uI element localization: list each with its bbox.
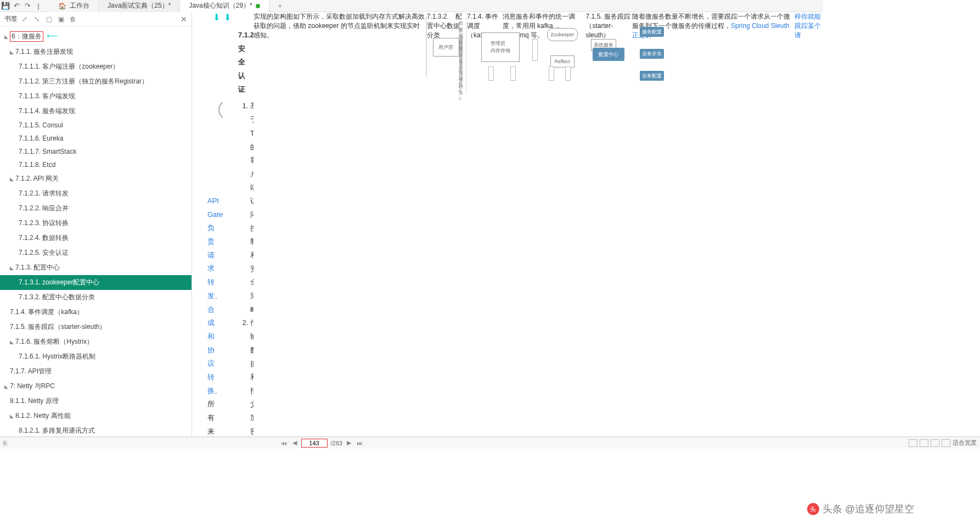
view-mode-icon[interactable] xyxy=(931,439,939,447)
tree-node[interactable]: 7.1.2.5. 安全认证 xyxy=(0,245,192,260)
zoom-label[interactable]: 适合宽度 xyxy=(953,439,977,447)
diagram-text: 模块 C xyxy=(459,84,463,101)
tree-node[interactable]: 7.1.4. 事件调度（kafka） xyxy=(0,305,192,320)
tree-node[interactable]: ◣7.1.2. API 网关 xyxy=(0,171,192,186)
view-mode-icon[interactable] xyxy=(942,439,950,447)
tree-label: 7.1.1.5. Consul xyxy=(19,121,63,129)
tree-node[interactable]: 7.1.2.3. 协议转换 xyxy=(0,216,192,231)
collapse-icon[interactable]: ⤡ xyxy=(32,15,42,23)
page-input[interactable] xyxy=(301,439,328,448)
tree-node[interactable]: 7.1.1.1. 客户端注册（zookeeper） xyxy=(0,59,192,74)
close-icon[interactable]: ✕ xyxy=(181,15,187,24)
tree-node[interactable]: 7.1.7. API管理 xyxy=(0,364,192,379)
tree-node[interactable]: ◣7: Netty 与RPC xyxy=(0,379,192,394)
tab-label: Java核心知识（29）* xyxy=(189,1,252,10)
tree-node[interactable]: 7.1.6.1. Hystrix断路器机制 xyxy=(0,349,192,364)
tree-label: 6：微服务 xyxy=(10,31,43,42)
tree-node[interactable]: 7.1.1.4. 服务端发现 xyxy=(0,104,192,119)
next-page-icon[interactable]: ▶ xyxy=(346,439,352,446)
tab-doc2[interactable]: Java核心知识（29）* ⬇ ⬇ xyxy=(180,0,269,12)
sidebar-toolbar: 书签 ⤢ ⤡ ▢ ▣ 🗑 ✕ xyxy=(0,12,192,26)
page-navigator: ⏮ ◀ /283 ▶ ⏭ xyxy=(280,439,364,448)
tree-label: 7.1.2.1. 请求转发 xyxy=(19,189,69,197)
tree-node[interactable]: 7.1.1.7. SmartStack xyxy=(0,145,192,158)
diagram-box: 服务配置 xyxy=(640,27,664,37)
tree-node[interactable]: 7.1.1.8. Etcd xyxy=(0,158,192,171)
tree-node[interactable]: ◣7.1.1. 服务注册发现 xyxy=(0,44,192,59)
diagram-box: 管理层 内存存储 xyxy=(481,32,520,62)
home-icon: 🏠 xyxy=(58,2,66,10)
first-page-icon[interactable]: ⏮ xyxy=(280,440,288,446)
config-center-diagram: 配置中心 服务配置 业务开关 业务配置 数据库服务 队列服务 缓存服务 功能开关… xyxy=(466,16,467,93)
tree-node[interactable]: 7.1.1.3. 客户端发现 xyxy=(0,89,192,104)
tree-label: 8.1.2.1. 多路复用通讯方式 xyxy=(19,427,95,434)
tree-label: 7.1.3. 配置中心 xyxy=(15,264,60,271)
tree-node[interactable]: 7.1.3.2. 配置中心数据分类 xyxy=(0,290,192,305)
section-heading: 7.1.5. 服务跟踪（starter-sleuth） xyxy=(585,12,632,437)
tree-label: 7.1.2.5. 安全认证 xyxy=(19,249,69,256)
tree-label: 7.1.2.4. 数据转换 xyxy=(19,234,69,242)
diagram-box: Zookeeper xyxy=(547,28,578,41)
last-page-icon[interactable]: ⏭ xyxy=(356,440,364,446)
delete-icon[interactable]: 🗑 xyxy=(68,15,78,23)
top-toolbar: 💾 ↶ ↷ | 🏠 工作台 Java面试宝典（25）* Java核心知识（29）… xyxy=(0,0,823,12)
tree-label: 7: Netty 与RPC xyxy=(10,382,55,390)
undo-icon[interactable]: ↶ xyxy=(11,1,22,12)
tree-node[interactable]: 7.1.1.2. 第三方注册（独立的服务Registrar） xyxy=(0,74,192,89)
tab-doc1[interactable]: Java面试宝典（25）* xyxy=(99,0,180,12)
diagram-box: 配置中心 xyxy=(593,48,624,61)
tree-node[interactable]: 7.1.2.1. 请求转发 xyxy=(0,186,192,201)
save-icon[interactable]: 💾 xyxy=(0,1,11,12)
plus-icon: + xyxy=(278,2,282,10)
tree-node[interactable]: 8.1.1. Netty 原理 xyxy=(0,394,192,409)
ordered-list: 基于 Token 的客户端访问控制和安全策略 传输数据和报文加密，到服务端解密，… xyxy=(238,99,250,437)
bookmarks-sidebar: 书签 ⤢ ⤡ ▢ ▣ 🗑 ✕ ◣6：微服务⟵ ◣7.1.1. 服务注册发现 7.… xyxy=(0,12,192,437)
tree-node-selected[interactable]: 7.1.3.1. zookeeper配置中心 xyxy=(0,275,192,290)
tree-label: 7.1.7. API管理 xyxy=(10,367,52,375)
tree-node[interactable]: 7.1.2.2. 响应合并 xyxy=(0,201,192,216)
tree-label: 7.1.2. API 网关 xyxy=(15,175,59,182)
tree-label: 7.1.1.2. 第三方注册（独立的服务Registrar） xyxy=(19,77,148,85)
prev-page-icon[interactable]: ◀ xyxy=(291,439,298,446)
expand-icon[interactable]: ⤢ xyxy=(20,15,30,23)
tree-label: 7.1.1.7. SmartStack xyxy=(19,148,76,155)
tree-label: 8.1.1. Netty 原理 xyxy=(10,397,59,405)
tree-node[interactable]: 7.1.2.4. 数据转换 xyxy=(0,231,192,245)
link-text: API Gateway 负责请求转发、合成和协议转换。 xyxy=(207,197,223,395)
tree-node[interactable]: 7.1.1.6. Eureka xyxy=(0,132,192,145)
tree-label: 7.1.1.8. Etcd xyxy=(19,161,55,169)
view-mode-icon[interactable] xyxy=(909,439,917,447)
tree-node[interactable]: 7.1.5. 服务跟踪（starter-sleuth） xyxy=(0,320,192,334)
tree-label: 7.1.1. 服务注册发现 xyxy=(15,48,73,55)
modified-dot-icon xyxy=(256,4,260,8)
tree-label: 8.1.2. Netty 高性能 xyxy=(15,412,71,420)
tree-label: 7.1.2.3. 协议转换 xyxy=(19,219,69,227)
redo-icon[interactable]: ↷ xyxy=(22,1,33,12)
tree-node[interactable]: ◣8.1.2. Netty 高性能 xyxy=(0,409,192,423)
tree-label: 7.1.4. 事件调度（kafka） xyxy=(10,308,83,316)
tree-node[interactable]: 7.1.1.5. Consul xyxy=(0,119,192,132)
tree-label: 7.1.6.1. Hystrix断路器机制 xyxy=(19,353,95,360)
export-icon[interactable]: ⎘ xyxy=(3,440,7,446)
bookmark-add-icon[interactable]: ▢ xyxy=(44,15,54,23)
body-text: 实现的架构图如下所示，采取数据加载到内存方式解决高效获取的问题，借助 zooke… xyxy=(254,12,426,437)
tree-node[interactable]: ◣7.1.3. 配置中心 xyxy=(0,260,192,275)
tree-label: 7.1.1.4. 服务端发现 xyxy=(19,107,75,115)
page-left: ☺ API GATEWAY SHOPPING CARTSERVICE SHIPP… xyxy=(192,12,223,437)
tree-label: 7.1.1.6. Eureka xyxy=(19,135,63,142)
tree-node[interactable]: ◣6：微服务⟵ xyxy=(0,29,192,44)
status-bar: ⎘ ⏮ ◀ /283 ▶ ⏭ 适合宽度 xyxy=(0,437,980,449)
diagram-box: 用户层 xyxy=(433,38,459,57)
page-total: /283 xyxy=(331,440,342,446)
zookeeper-diagram: 用户层 管理层 内存存储 Zookeeper 系统服务 Reflect xyxy=(426,16,427,77)
section-heading: 7.1.4. 事件调度（kafka） xyxy=(467,12,503,437)
tab-workspace[interactable]: 🏠 工作台 xyxy=(49,0,99,12)
tree-label: 7.1.5. 服务跟踪（starter-sleuth） xyxy=(10,323,106,331)
bookmark-collapse-icon[interactable]: ▣ xyxy=(56,15,66,23)
view-mode-icon[interactable] xyxy=(920,439,928,447)
tab-label: 工作台 xyxy=(70,1,89,10)
tree-node[interactable]: ◣7.1.6. 服务熔断（Hystrix） xyxy=(0,334,192,349)
tree-node[interactable]: 8.1.2.1. 多路复用通讯方式 xyxy=(0,423,192,437)
diagram-box: Reflect xyxy=(550,55,575,68)
new-tab-button[interactable]: + xyxy=(269,0,291,12)
